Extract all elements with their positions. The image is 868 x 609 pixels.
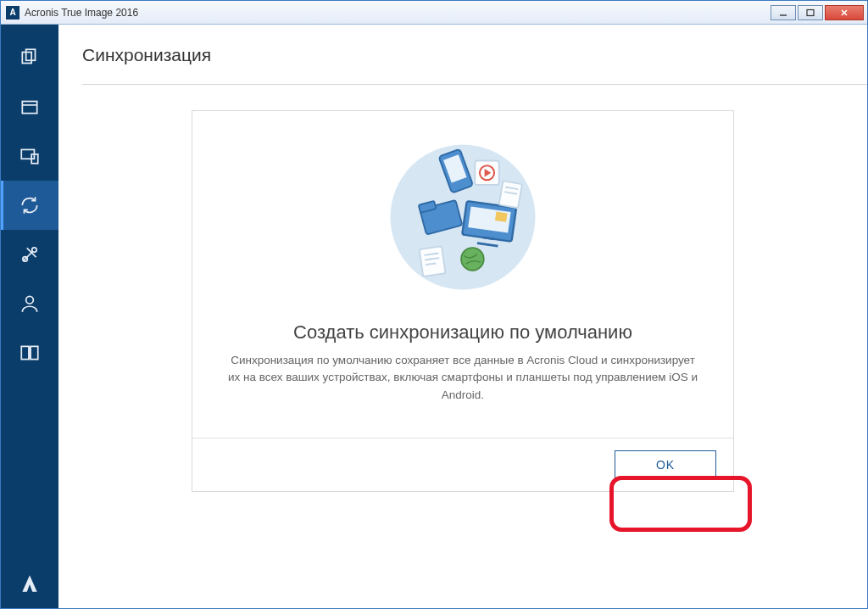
tools-icon — [19, 243, 41, 265]
card-footer: OK — [192, 438, 733, 491]
svg-rect-6 — [22, 102, 36, 114]
sync-illustration — [221, 137, 704, 298]
svg-rect-32 — [499, 181, 522, 208]
minimize-button[interactable] — [771, 5, 796, 20]
svg-rect-28 — [420, 246, 446, 277]
card-heading: Создать синхронизацию по умолчанию — [221, 321, 704, 344]
book-icon — [19, 342, 41, 364]
card-body: Создать синхронизацию по умолчанию Синхр… — [192, 111, 733, 438]
acronis-logo-icon — [19, 573, 41, 595]
close-button[interactable] — [825, 5, 864, 20]
sync-icon — [19, 194, 41, 216]
app-icon: A — [6, 6, 19, 20]
sidebar — [1, 25, 58, 608]
titlebar: A Acronis True Image 2016 — [1, 1, 867, 25]
sidebar-item-sync[interactable] — [1, 181, 58, 230]
svg-line-23 — [483, 237, 494, 239]
main-content: Синхронизация — [58, 25, 867, 608]
svg-rect-22 — [495, 212, 508, 222]
sidebar-logo — [1, 559, 58, 608]
svg-rect-4 — [22, 53, 31, 64]
files-icon — [19, 47, 41, 69]
ok-button[interactable]: OK — [615, 450, 716, 479]
maximize-icon — [806, 8, 815, 17]
archive-icon — [19, 96, 41, 118]
sidebar-item-dashboard[interactable] — [1, 328, 58, 377]
title-divider — [82, 69, 867, 85]
app-window: A Acronis True Image 2016 — [0, 0, 868, 609]
svg-rect-5 — [26, 49, 36, 60]
sidebar-item-archive[interactable] — [1, 82, 58, 131]
minimize-icon — [779, 8, 787, 17]
window-controls — [771, 5, 864, 20]
sidebar-item-account[interactable] — [1, 279, 58, 328]
window-title: Acronis True Image 2016 — [25, 7, 771, 19]
devices-icon — [19, 145, 41, 167]
maximize-button[interactable] — [798, 5, 823, 20]
sidebar-item-backup[interactable] — [1, 33, 58, 82]
close-icon — [840, 8, 849, 17]
svg-point-10 — [32, 248, 36, 252]
person-icon — [19, 293, 41, 315]
sidebar-item-tools[interactable] — [1, 230, 58, 279]
body: Синхронизация — [1, 25, 867, 608]
sync-card: Создать синхронизацию по умолчанию Синхр… — [192, 110, 734, 492]
center-area: Создать синхронизацию по умолчанию Синхр… — [82, 110, 843, 588]
svg-rect-1 — [807, 9, 814, 15]
card-description: Синхронизация по умолчанию сохраняет все… — [225, 352, 700, 404]
page-title: Синхронизация — [82, 45, 843, 65]
svg-point-27 — [461, 248, 484, 271]
svg-point-12 — [26, 296, 34, 304]
sidebar-item-clone[interactable] — [1, 131, 58, 181]
